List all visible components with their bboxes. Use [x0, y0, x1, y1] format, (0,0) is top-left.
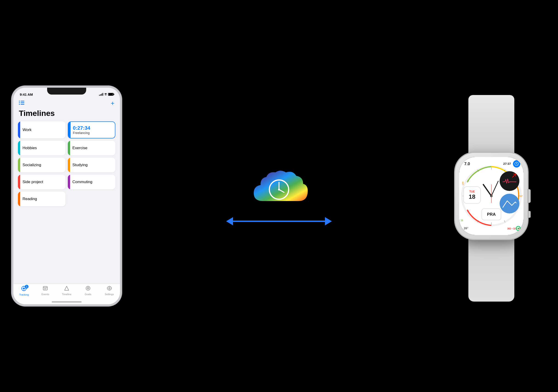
goals-icon: [86, 286, 91, 292]
svg-point-7: [23, 288, 25, 289]
timeline-grid: Work 0:27:34 Freelancing Hobbies: [13, 121, 120, 206]
tracking-icon: 1: [21, 286, 27, 293]
side-project-color-bar: [18, 175, 20, 189]
studying-label: Studying: [72, 163, 87, 167]
apple-watch: UVI 7.0 27:37: [443, 93, 540, 299]
studying-color-bar: [68, 158, 70, 172]
timeline-card-commuting[interactable]: Commuting: [68, 175, 115, 189]
list-icon[interactable]: [19, 100, 24, 106]
hobbies-color-bar: [18, 141, 20, 155]
svg-rect-0: [21, 101, 24, 101]
watch-screen: UVI 7.0 27:37: [459, 157, 523, 235]
add-icon[interactable]: +: [111, 100, 114, 107]
tab-events[interactable]: Events: [35, 286, 56, 296]
watch-crown: [527, 189, 531, 203]
status-time: 9:41 AM: [20, 92, 33, 96]
timeline-card-hobbies[interactable]: Hobbies: [18, 141, 66, 155]
signal-icon: [99, 93, 103, 96]
iphone: 9:41 AM ⇈: [11, 86, 122, 306]
timeline-card-reading[interactable]: Reading: [18, 192, 66, 206]
svg-rect-1: [21, 102, 24, 103]
svg-point-26: [278, 189, 280, 191]
tab-timeline[interactable]: Timeline: [56, 286, 78, 296]
arrow-left-icon: [226, 217, 233, 225]
nav-bar: +: [13, 98, 120, 108]
arrow-line: [233, 221, 325, 222]
work-label: Work: [23, 128, 32, 132]
timeline-card-exercise[interactable]: Exercise: [68, 141, 115, 155]
svg-rect-2: [21, 104, 24, 105]
tracking-label: Tracking: [19, 293, 29, 296]
svg-line-21: [89, 287, 89, 287]
arrow-right-icon: [325, 217, 332, 225]
timeline-card-side-project[interactable]: Side project: [18, 175, 66, 189]
watch-temp: 26°: [464, 226, 468, 230]
freelancing-timer: 0:27:34 Freelancing: [73, 125, 90, 135]
work-color-bar: [18, 121, 20, 138]
timeline-card-studying[interactable]: Studying: [68, 158, 115, 172]
ring-right-num: •27: [520, 195, 523, 197]
freelancing-label: Freelancing: [73, 131, 90, 135]
events-label: Events: [41, 293, 49, 296]
status-icons: ⇈: [99, 93, 113, 96]
scene: 9:41 AM ⇈: [0, 0, 558, 392]
svg-marker-16: [65, 286, 69, 290]
svg-rect-12: [43, 286, 47, 290]
svg-line-43: [483, 184, 491, 196]
commuting-label: Commuting: [72, 180, 92, 184]
settings-icon: [107, 286, 112, 292]
svg-line-44: [491, 181, 498, 196]
freelancing-time: 0:27:34: [73, 125, 90, 131]
events-icon: [43, 286, 48, 292]
ring-bottom-num: 16: [461, 219, 463, 222]
tab-goals[interactable]: Goals: [77, 286, 99, 296]
exercise-label: Exercise: [72, 146, 87, 150]
watch-band-bottom: [468, 237, 514, 301]
reading-label: Reading: [23, 197, 37, 201]
timeline-card-socializing[interactable]: Socializing: [18, 158, 66, 172]
wifi-icon: ⇈: [104, 93, 107, 96]
activity-ring: [516, 226, 521, 231]
cloud-icon: [249, 167, 309, 210]
iphone-shell: 9:41 AM ⇈: [11, 86, 122, 306]
tab-tracking[interactable]: 1 Tracking: [13, 286, 35, 296]
goals-label: Goals: [85, 293, 91, 296]
commuting-color-bar: [68, 175, 70, 189]
timeline-icon: [64, 286, 69, 292]
reading-color-bar: [18, 192, 20, 206]
exercise-color-bar: [68, 141, 70, 155]
svg-point-19: [87, 288, 88, 289]
hobbies-label: Hobbies: [23, 146, 37, 150]
svg-rect-4: [19, 102, 20, 103]
freelancing-color-bar: [68, 122, 70, 138]
tracking-badge: 1: [25, 285, 28, 289]
page-title: Timelines: [13, 108, 120, 121]
socializing-color-bar: [18, 158, 20, 172]
battery-icon: [108, 93, 113, 96]
svg-point-47: [491, 196, 492, 196]
home-indicator: [52, 301, 82, 302]
timeline-card-freelancing[interactable]: 0:27:34 Freelancing: [68, 121, 115, 138]
pra-label: PRA: [487, 212, 496, 217]
watch-face: UVI 7.0 27:37: [459, 157, 523, 235]
watch-case: UVI 7.0 27:37: [454, 152, 528, 240]
watch-body: UVI 7.0 27:37: [454, 152, 528, 240]
pra-complication: PRA: [481, 209, 501, 220]
watch-band-top: [468, 95, 514, 155]
iphone-screen: 9:41 AM ⇈: [13, 88, 120, 304]
timeline-label: Timeline: [62, 293, 71, 296]
settings-label: Settings: [105, 293, 114, 296]
svg-point-49: [518, 228, 519, 229]
cloud-sync: [226, 167, 332, 225]
timeline-card-work[interactable]: Work: [18, 121, 66, 138]
svg-point-22: [109, 288, 110, 289]
watch-button: [528, 211, 531, 218]
sync-arrow: [226, 217, 332, 225]
tab-settings[interactable]: Settings: [99, 286, 120, 296]
svg-rect-5: [19, 104, 20, 105]
side-project-label: Side project: [23, 180, 43, 184]
socializing-label: Socializing: [23, 163, 41, 167]
iphone-notch: [47, 88, 86, 95]
svg-rect-3: [19, 101, 20, 101]
